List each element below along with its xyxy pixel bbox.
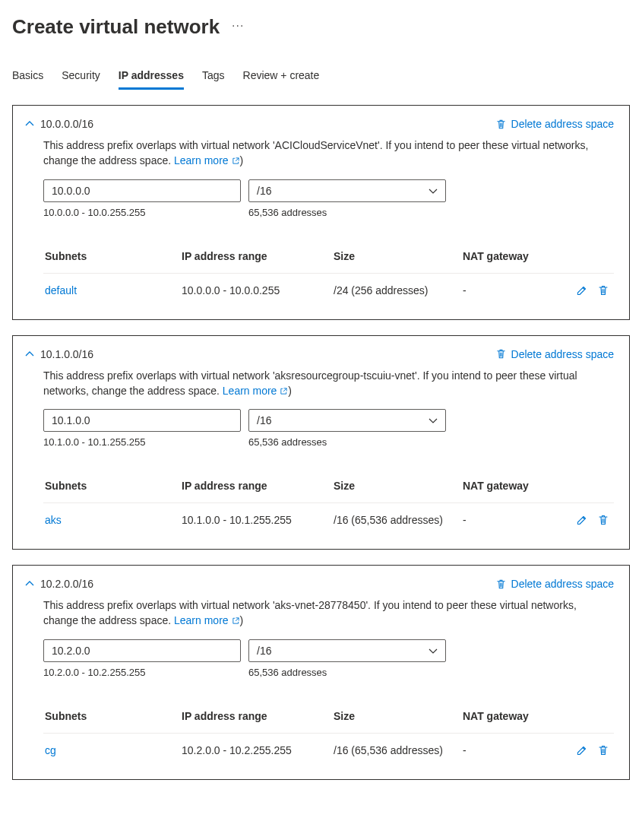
delete-subnet-button[interactable] <box>597 744 609 756</box>
trash-icon <box>495 578 507 590</box>
cidr-mask-value: /16 <box>257 185 271 197</box>
learn-more-link[interactable]: Learn more <box>174 154 239 166</box>
subnets-table: Subnets IP address range Size NAT gatewa… <box>43 699 614 767</box>
address-range-text: 10.2.0.0 - 10.2.255.255 <box>43 667 248 678</box>
subnet-row: aks 10.1.0.0 - 10.1.255.255 /16 (65,536 … <box>43 503 614 537</box>
overlap-warning: This address prefix overlaps with virtua… <box>43 598 614 629</box>
cidr-mask-value: /16 <box>257 414 271 426</box>
more-icon[interactable]: ··· <box>232 19 244 36</box>
delete-address-space-label: Delete address space <box>511 578 614 590</box>
subnets-header-row: Subnets IP address range Size NAT gatewa… <box>43 699 614 734</box>
col-header-range: IP address range <box>182 250 334 262</box>
subnets-header-row: Subnets IP address range Size NAT gatewa… <box>43 239 614 274</box>
delete-address-space-label: Delete address space <box>511 348 614 360</box>
col-header-size: Size <box>334 710 463 722</box>
subnet-range: 10.1.0.0 - 10.1.255.255 <box>182 514 334 526</box>
subnet-nat: - <box>463 284 576 296</box>
cidr-mask-select[interactable]: /16 <box>248 409 446 432</box>
address-prefix-input[interactable] <box>43 639 241 662</box>
chevron-down-icon <box>429 416 438 425</box>
chevron-down-icon <box>429 646 438 655</box>
subnet-size: /16 (65,536 addresses) <box>334 514 463 526</box>
address-prefix-input[interactable] <box>43 409 241 432</box>
subnets-table: Subnets IP address range Size NAT gatewa… <box>43 469 614 537</box>
edit-subnet-button[interactable] <box>576 744 588 756</box>
col-header-nat: NAT gateway <box>463 710 612 722</box>
col-header-nat: NAT gateway <box>463 250 612 262</box>
tab-basics[interactable]: Basics <box>12 63 43 90</box>
overlap-warning: This address prefix overlaps with virtua… <box>43 368 614 399</box>
trash-icon <box>495 348 507 360</box>
edit-subnet-button[interactable] <box>576 284 588 296</box>
delete-address-space-label: Delete address space <box>511 118 614 130</box>
subnet-row: default 10.0.0.0 - 10.0.0.255 /24 (256 a… <box>43 274 614 307</box>
tab-security[interactable]: Security <box>62 63 100 90</box>
tab-bar: Basics Security IP addresses Tags Review… <box>12 63 630 90</box>
col-header-size: Size <box>334 480 463 492</box>
page-title: Create virtual network <box>12 15 220 39</box>
delete-subnet-button[interactable] <box>597 514 609 526</box>
col-header-subnets: Subnets <box>45 250 182 262</box>
overlap-warning: This address prefix overlaps with virtua… <box>43 138 614 169</box>
address-range-text: 10.1.0.0 - 10.1.255.255 <box>43 436 248 448</box>
subnet-name-link[interactable]: cg <box>45 744 56 756</box>
address-count-text: 65,536 addresses <box>248 207 327 218</box>
edit-subnet-button[interactable] <box>576 514 588 526</box>
chevron-up-icon[interactable] <box>25 350 34 359</box>
address-space-card: 10.0.0.0/16 Delete address space This ad… <box>12 105 630 320</box>
col-header-nat: NAT gateway <box>463 480 612 492</box>
delete-address-space-button[interactable]: Delete address space <box>495 118 614 130</box>
delete-address-space-button[interactable]: Delete address space <box>495 578 614 590</box>
tab-review-create[interactable]: Review + create <box>243 63 320 90</box>
tab-tags[interactable]: Tags <box>202 63 225 90</box>
cidr-mask-select[interactable]: /16 <box>248 639 446 662</box>
subnets-table: Subnets IP address range Size NAT gatewa… <box>43 239 614 307</box>
address-space-card: 10.1.0.0/16 Delete address space This ad… <box>12 335 630 550</box>
col-header-range: IP address range <box>182 710 334 722</box>
address-range-text: 10.0.0.0 - 10.0.255.255 <box>43 207 248 218</box>
address-count-text: 65,536 addresses <box>248 436 327 448</box>
subnet-size: /16 (65,536 addresses) <box>334 744 463 756</box>
delete-address-space-button[interactable]: Delete address space <box>495 348 614 360</box>
subnet-nat: - <box>463 744 576 756</box>
address-prefix-input[interactable] <box>43 179 241 202</box>
subnet-nat: - <box>463 514 576 526</box>
subnet-row: cg 10.2.0.0 - 10.2.255.255 /16 (65,536 a… <box>43 734 614 767</box>
trash-icon <box>495 119 507 130</box>
address-count-text: 65,536 addresses <box>248 667 327 678</box>
learn-more-link[interactable]: Learn more <box>223 385 288 397</box>
learn-more-link[interactable]: Learn more <box>174 614 239 626</box>
address-space-cidr: 10.1.0.0/16 <box>40 348 93 360</box>
subnet-name-link[interactable]: default <box>45 284 77 296</box>
address-space-card: 10.2.0.0/16 Delete address space This ad… <box>12 565 630 780</box>
col-header-subnets: Subnets <box>45 480 182 492</box>
delete-subnet-button[interactable] <box>597 284 609 296</box>
address-space-cidr: 10.2.0.0/16 <box>40 578 93 590</box>
chevron-down-icon <box>429 186 438 195</box>
subnet-range: 10.2.0.0 - 10.2.255.255 <box>182 744 334 756</box>
cidr-mask-value: /16 <box>257 645 271 657</box>
col-header-range: IP address range <box>182 480 334 492</box>
chevron-up-icon[interactable] <box>25 119 34 128</box>
subnet-name-link[interactable]: aks <box>45 514 62 526</box>
col-header-subnets: Subnets <box>45 710 182 722</box>
subnets-header-row: Subnets IP address range Size NAT gatewa… <box>43 469 614 503</box>
col-header-size: Size <box>334 250 463 262</box>
chevron-up-icon[interactable] <box>25 579 34 588</box>
address-space-cidr: 10.0.0.0/16 <box>40 118 93 130</box>
tab-ip-addresses[interactable]: IP addresses <box>119 63 184 90</box>
cidr-mask-select[interactable]: /16 <box>248 179 446 202</box>
subnet-size: /24 (256 addresses) <box>334 284 463 296</box>
subnet-range: 10.0.0.0 - 10.0.0.255 <box>182 284 334 296</box>
